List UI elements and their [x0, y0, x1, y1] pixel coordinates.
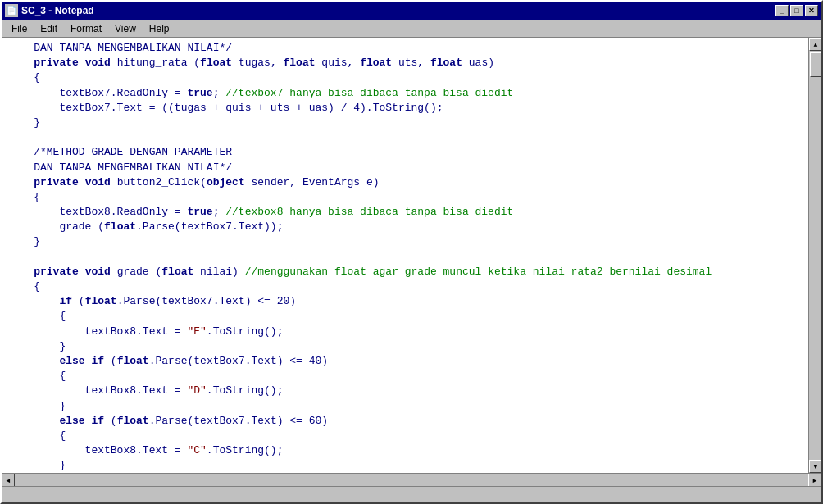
maximize-button[interactable]: □: [790, 5, 803, 16]
window-title: SC_3 - Notepad: [21, 5, 94, 16]
scroll-left-button[interactable]: ◄: [2, 474, 15, 487]
minimize-button[interactable]: _: [775, 5, 789, 16]
editor-container: DAN TANPA MENGEMBALIKAN NILAI*/ private …: [2, 38, 821, 473]
title-bar: 📄 SC_3 - Notepad _ □ ✕: [2, 2, 821, 20]
main-window: 📄 SC_3 - Notepad _ □ ✕ File Edit Format …: [0, 0, 823, 504]
status-bar: [2, 486, 821, 502]
scroll-thumb-vertical[interactable]: [810, 52, 821, 77]
scroll-right-button[interactable]: ►: [808, 474, 821, 487]
scroll-down-button[interactable]: ▼: [809, 460, 821, 473]
menu-file[interactable]: File: [5, 21, 34, 36]
code-editor[interactable]: DAN TANPA MENGEMBALIKAN NILAI*/ private …: [2, 38, 808, 473]
close-button[interactable]: ✕: [805, 5, 818, 16]
title-controls: _ □ ✕: [775, 5, 818, 16]
menu-view[interactable]: View: [108, 21, 143, 36]
title-bar-left: 📄 SC_3 - Notepad: [5, 4, 94, 17]
scroll-track-vertical[interactable]: [809, 51, 821, 460]
scrollbar-horizontal[interactable]: ◄ ►: [2, 473, 821, 486]
scrollbar-vertical[interactable]: ▲ ▼: [808, 38, 821, 473]
scroll-track-horizontal[interactable]: [15, 474, 808, 486]
menu-bar: File Edit Format View Help: [2, 20, 821, 38]
scroll-up-button[interactable]: ▲: [809, 38, 821, 51]
menu-edit[interactable]: Edit: [34, 21, 64, 36]
menu-help[interactable]: Help: [143, 21, 176, 36]
app-icon: 📄: [5, 4, 18, 17]
menu-format[interactable]: Format: [64, 21, 108, 36]
